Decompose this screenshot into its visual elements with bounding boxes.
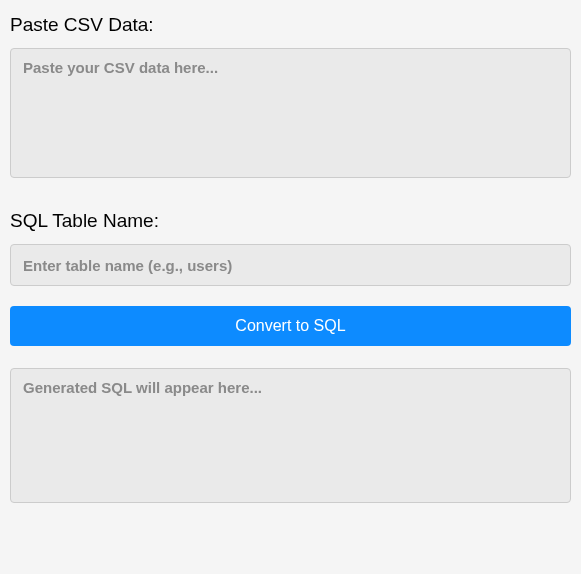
sql-output[interactable] (10, 368, 571, 503)
table-name-label: SQL Table Name: (10, 210, 571, 232)
csv-data-label: Paste CSV Data: (10, 14, 571, 36)
table-name-input[interactable] (10, 244, 571, 286)
csv-data-input[interactable] (10, 48, 571, 178)
convert-button[interactable]: Convert to SQL (10, 306, 571, 346)
